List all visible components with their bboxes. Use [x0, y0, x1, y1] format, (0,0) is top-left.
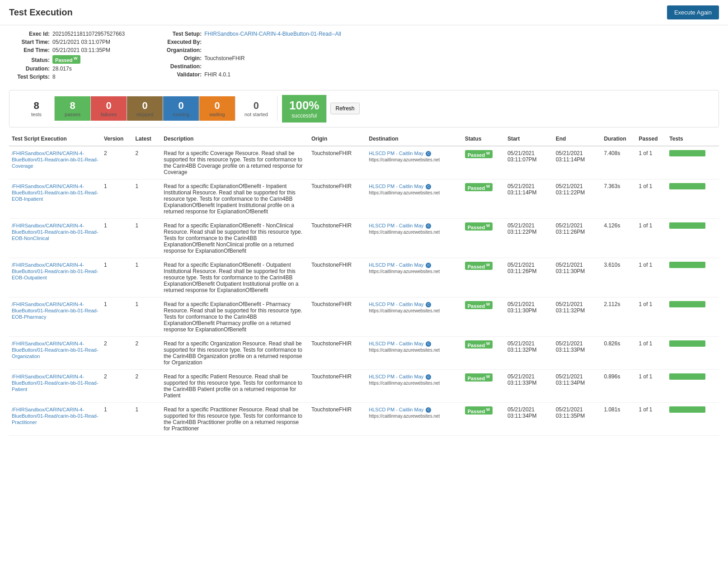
table-row: /FHIRSandbox/CARIN/CARIN-4-BlueButton/01… [9, 218, 719, 258]
destination-url: https://caitlinmay.azurewebsites.net [369, 381, 440, 386]
status-badge: Passed [465, 183, 493, 192]
version-cell: 2 [101, 336, 133, 369]
skipped-label: skipped [136, 112, 154, 117]
end-cell: 05/21/202103:11:26PM [553, 218, 601, 258]
destination-cell: HLSCD PM - Caitlin May C https://caitlin… [366, 218, 462, 258]
script-link[interactable]: /FHIRSandbox/CARIN/CARIN-4-BlueButton/01… [12, 407, 98, 425]
stat-waiting: 0 waiting [199, 96, 235, 121]
progress-bar [669, 301, 705, 307]
col-header-desc: Description [161, 132, 309, 146]
destination-link[interactable]: HLSCD PM - Caitlin May C [369, 184, 431, 189]
status-cell: Passed [462, 369, 505, 402]
end-time-value: 05/21/2021 03:11:35PM [52, 47, 110, 53]
exec-id-label: Exec Id: [9, 31, 50, 37]
col-header-status: Status [462, 132, 505, 146]
duration-cell: 2.112s [601, 297, 636, 336]
end-cell: 05/21/202103:11:30PM [553, 258, 601, 297]
duration-cell: 0.826s [601, 336, 636, 369]
test-scripts-value: 8 [52, 74, 56, 80]
end-cell: 05/21/202103:11:33PM [553, 336, 601, 369]
progress-bar [669, 373, 705, 380]
script-link[interactable]: /FHIRSandbox/CARIN/CARIN-4-BlueButton/01… [12, 374, 98, 392]
version-cell: 1 [101, 297, 133, 336]
latest-cell: 2 [133, 369, 161, 402]
duration-cell: 3.610s [601, 258, 636, 297]
version-cell: 1 [101, 402, 133, 435]
waiting-label: waiting [209, 112, 225, 117]
origin-cell: TouchstoneFHIR [309, 179, 366, 218]
refresh-button[interactable]: Refresh [330, 103, 359, 114]
meta-section: Exec Id: 202105211811072957527663 Start … [0, 25, 728, 85]
test-setup-label: Test Setup: [161, 31, 202, 37]
tests-cell [667, 369, 719, 402]
status-badge: Passed [465, 301, 493, 310]
script-link[interactable]: /FHIRSandbox/CARIN/CARIN-4-BlueButton/01… [12, 184, 98, 202]
status-badge: Passed [465, 373, 493, 382]
stat-total: 8 tests [19, 96, 55, 121]
start-cell: 05/21/202103:11:26PM [505, 258, 553, 297]
status-cell: Passed [462, 336, 505, 369]
origin-cell: TouchstoneFHIR [309, 369, 366, 402]
status-cell: Passed [462, 179, 505, 218]
end-cell: 05/21/202103:11:32PM [553, 297, 601, 336]
status-badge: Passed [465, 222, 493, 231]
script-link[interactable]: /FHIRSandbox/CARIN/CARIN-4-BlueButton/01… [12, 262, 98, 280]
tests-cell [667, 146, 719, 179]
tests-cell [667, 402, 719, 435]
status-cell: Passed [462, 297, 505, 336]
script-link[interactable]: /FHIRSandbox/CARIN/CARIN-4-BlueButton/01… [12, 302, 98, 320]
duration-label: Duration: [9, 66, 50, 72]
test-setup-link[interactable]: FHIRSandbox-CARIN-CARIN-4-BlueButton-01-… [204, 31, 341, 37]
origin-cell: TouchstoneFHIR [309, 336, 366, 369]
destination-link[interactable]: HLSCD PM - Caitlin May C [369, 262, 431, 268]
status-cell: Passed [462, 146, 505, 179]
description-cell: Read for a specific ExplanationOfBenefit… [161, 297, 309, 336]
table-row: /FHIRSandbox/CARIN/CARIN-4-BlueButton/01… [9, 258, 719, 297]
tests-cell [667, 258, 719, 297]
destination-link[interactable]: HLSCD PM - Caitlin May C [369, 151, 431, 156]
progress-bar [669, 340, 705, 347]
table-row: /FHIRSandbox/CARIN/CARIN-4-BlueButton/01… [9, 146, 719, 179]
table-row: /FHIRSandbox/CARIN/CARIN-4-BlueButton/01… [9, 369, 719, 402]
end-cell: 05/21/202103:11:14PM [553, 146, 601, 179]
meta-left: Exec Id: 202105211811072957527663 Start … [9, 31, 125, 80]
table-row: /FHIRSandbox/CARIN/CARIN-4-BlueButton/01… [9, 179, 719, 218]
stats-bar: 8 tests 8 passes 0 failures 0 skipped 0 … [9, 90, 719, 127]
passed-cell: 1 of 1 [636, 179, 667, 218]
script-link[interactable]: /FHIRSandbox/CARIN/CARIN-4-BlueButton/01… [12, 223, 98, 241]
destination-link[interactable]: HLSCD PM - Caitlin May C [369, 341, 431, 346]
stat-passes: 8 passes [55, 96, 91, 121]
header: Test Execution Execute Again [0, 0, 728, 25]
progress-bar [669, 222, 705, 229]
table-row: /FHIRSandbox/CARIN/CARIN-4-BlueButton/01… [9, 402, 719, 435]
stat-not-started: 0 not started [235, 96, 277, 121]
exec-id-value: 202105211811072957527663 [52, 31, 125, 37]
progress-bar [669, 183, 705, 189]
not-started-number: 0 [254, 100, 259, 112]
passed-cell: 1 of 1 [636, 146, 667, 179]
col-header-origin: Origin [309, 132, 366, 146]
description-cell: Read for a specific Organization Resourc… [161, 336, 309, 369]
script-link[interactable]: /FHIRSandbox/CARIN/CARIN-4-BlueButton/01… [12, 151, 98, 169]
origin-cell: TouchstoneFHIR [309, 402, 366, 435]
total-number: 8 [33, 100, 39, 112]
latest-cell: 1 [133, 179, 161, 218]
col-header-start: Start [505, 132, 553, 146]
execute-again-button[interactable]: Execute Again [667, 5, 719, 19]
stat-running: 0 running [163, 96, 199, 121]
stat-failures: 0 failures [91, 96, 127, 121]
destination-link[interactable]: HLSCD PM - Caitlin May C [369, 223, 431, 228]
origin-cell: TouchstoneFHIR [309, 297, 366, 336]
status-badge: Passed [465, 340, 493, 349]
destination-link[interactable]: HLSCD PM - Caitlin May C [369, 302, 431, 307]
destination-link[interactable]: HLSCD PM - Caitlin May C [369, 374, 431, 379]
table-row: /FHIRSandbox/CARIN/CARIN-4-BlueButton/01… [9, 336, 719, 369]
passed-cell: 1 of 1 [636, 369, 667, 402]
status-label: Status: [9, 57, 50, 63]
passed-cell: 1 of 1 [636, 402, 667, 435]
script-link[interactable]: /FHIRSandbox/CARIN/CARIN-4-BlueButton/01… [12, 341, 98, 359]
destination-link[interactable]: HLSCD PM - Caitlin May C [369, 407, 431, 412]
destination-cell: HLSCD PM - Caitlin May C https://caitlin… [366, 179, 462, 218]
destination-url: https://caitlinmay.azurewebsites.net [369, 269, 440, 274]
version-cell: 1 [101, 179, 133, 218]
